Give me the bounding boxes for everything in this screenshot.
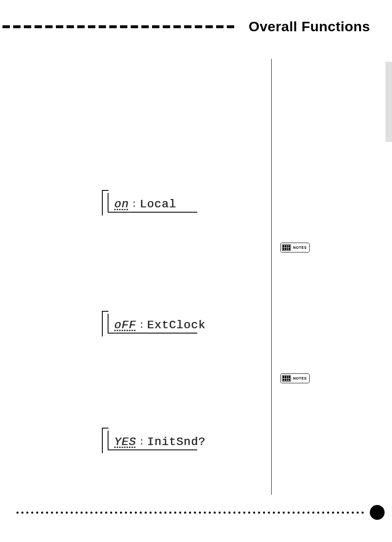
lcd-colon: : (131, 199, 137, 210)
lcd-extclock: oFF : ExtClock (102, 311, 197, 336)
lcd-extclock-label: ExtClock (147, 319, 205, 331)
notes-chip-1: NOTES (280, 243, 310, 252)
lcd-local-label: Local (140, 198, 176, 211)
page-number-badge (370, 505, 385, 520)
page-title: Overall Functions (249, 19, 370, 35)
lcd-colon: : (138, 320, 144, 331)
side-tab (385, 62, 392, 142)
page: Overall Functions on : Local oFF : ExtCl… (0, 0, 392, 542)
top-rule-dashes (0, 23, 244, 31)
notes-chip-2: NOTES (280, 373, 310, 383)
vertical-separator (271, 59, 272, 495)
lcd-colon: : (138, 436, 144, 447)
lcd-local-value: on (114, 198, 129, 211)
lcd-initsnd-value: YES (114, 435, 136, 448)
keyboard-icon (282, 244, 291, 251)
bottom-rule-dots (16, 512, 362, 514)
notes-label: NOTES (293, 246, 307, 250)
lcd-initsnd: YES : InitSnd? (102, 428, 197, 453)
lcd-local: on : Local (102, 190, 197, 215)
keyboard-icon (282, 375, 291, 382)
lcd-extclock-value: oFF (114, 319, 136, 331)
notes-label: NOTES (293, 376, 307, 380)
lcd-initsnd-label: InitSnd? (147, 435, 205, 448)
